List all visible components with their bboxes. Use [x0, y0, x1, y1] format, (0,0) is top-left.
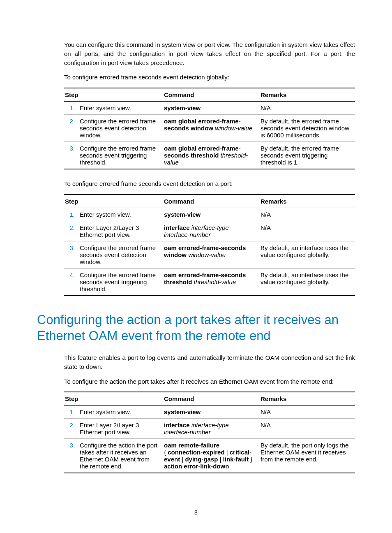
th-remarks: Remarks — [260, 195, 355, 208]
table-row: 4. Configure the errored frame seconds e… — [64, 268, 355, 296]
step-remarks: N/A — [260, 406, 355, 419]
section-intro: This feature enables a port to log event… — [37, 353, 355, 371]
step-command: system-view — [163, 406, 260, 419]
table-row: 2. Enter Layer 2/Layer 3 Ethernet port v… — [64, 221, 355, 241]
table-row: 1. Enter system view. system-view N/A — [64, 406, 355, 419]
step-command: system-view — [163, 208, 260, 221]
step-command: system-view — [163, 102, 260, 115]
step-command: oam remote-failure { connection-expired … — [163, 439, 260, 473]
step-text: Configure the errored frame seconds even… — [79, 142, 163, 169]
step-number: 3. — [64, 241, 79, 268]
step-command: oam errored-frame-seconds threshold thre… — [163, 268, 260, 296]
step-remarks: N/A — [260, 221, 355, 241]
step-text: Enter system view. — [79, 208, 163, 221]
step-text: Configure the action the port takes afte… — [79, 439, 163, 473]
step-number: 3. — [64, 439, 79, 473]
th-remarks: Remarks — [260, 88, 355, 102]
section-heading: Configuring the action a port takes afte… — [37, 312, 355, 344]
lead-in-action: To configure the action the port takes a… — [37, 377, 355, 386]
table-row: 1. Enter system view. system-view N/A — [64, 208, 355, 221]
th-command: Command — [163, 392, 260, 406]
step-command: oam errored-frame-seconds window window-… — [163, 241, 260, 268]
step-remarks: By default, an interface uses the value … — [260, 241, 355, 268]
step-number: 1. — [64, 208, 79, 221]
step-remarks: By default, an interface uses the value … — [260, 268, 355, 296]
step-remarks: N/A — [260, 102, 355, 115]
step-text: Enter Layer 2/Layer 3 Ethernet port view… — [79, 221, 163, 241]
table-action: Step Command Remarks 1. Enter system vie… — [64, 392, 355, 473]
step-number: 2. — [64, 221, 79, 241]
lead-in-global: To configure errored frame seconds event… — [37, 73, 355, 82]
table-row: 2. Enter Layer 2/Layer 3 Ethernet port v… — [64, 419, 355, 439]
step-text: Configure the errored frame seconds even… — [79, 241, 163, 268]
step-text: Enter system view. — [79, 406, 163, 419]
table-global: Step Command Remarks 1. Enter system vie… — [64, 88, 355, 169]
step-command: oam global errored-frame-seconds window … — [163, 115, 260, 142]
step-remarks: N/A — [260, 208, 355, 221]
step-text: Enter Layer 2/Layer 3 Ethernet port view… — [79, 419, 163, 439]
step-number: 3. — [64, 142, 79, 169]
step-number: 1. — [64, 102, 79, 115]
step-text: Configure the errored frame seconds even… — [79, 268, 163, 296]
step-number: 2. — [64, 115, 79, 142]
table-row: 2. Configure the errored frame seconds e… — [64, 115, 355, 142]
step-command: oam global errored-frame-seconds thresho… — [163, 142, 260, 169]
step-number: 1. — [64, 406, 79, 419]
step-remarks: By default, the errored frame seconds ev… — [260, 142, 355, 169]
th-remarks: Remarks — [260, 392, 355, 406]
lead-in-port: To configure errored frame seconds event… — [37, 179, 355, 188]
th-step: Step — [64, 88, 163, 102]
table-row: 3. Configure the errored frame seconds e… — [64, 142, 355, 169]
step-number: 2. — [64, 419, 79, 439]
table-port: Step Command Remarks 1. Enter system vie… — [64, 194, 355, 296]
step-text: Configure the errored frame seconds even… — [79, 115, 163, 142]
page-number: 8 — [0, 509, 392, 516]
step-remarks: N/A — [260, 419, 355, 439]
table-row: 1. Enter system view. system-view N/A — [64, 102, 355, 115]
step-number: 4. — [64, 268, 79, 296]
th-step: Step — [64, 392, 163, 406]
table-row: 3. Configure the errored frame seconds e… — [64, 241, 355, 268]
step-command: interface interface-type interface-numbe… — [163, 419, 260, 439]
step-remarks: By default, the port only logs the Ether… — [260, 439, 355, 473]
step-command: interface interface-type interface-numbe… — [163, 221, 260, 241]
th-command: Command — [163, 88, 260, 102]
step-text: Enter system view. — [79, 102, 163, 115]
step-remarks: By default, the errored frame seconds ev… — [260, 115, 355, 142]
table-row: 3. Configure the action the port takes a… — [64, 439, 355, 473]
th-command: Command — [163, 195, 260, 208]
intro-paragraph: You can configure this command in system… — [37, 40, 355, 67]
th-step: Step — [64, 195, 163, 208]
